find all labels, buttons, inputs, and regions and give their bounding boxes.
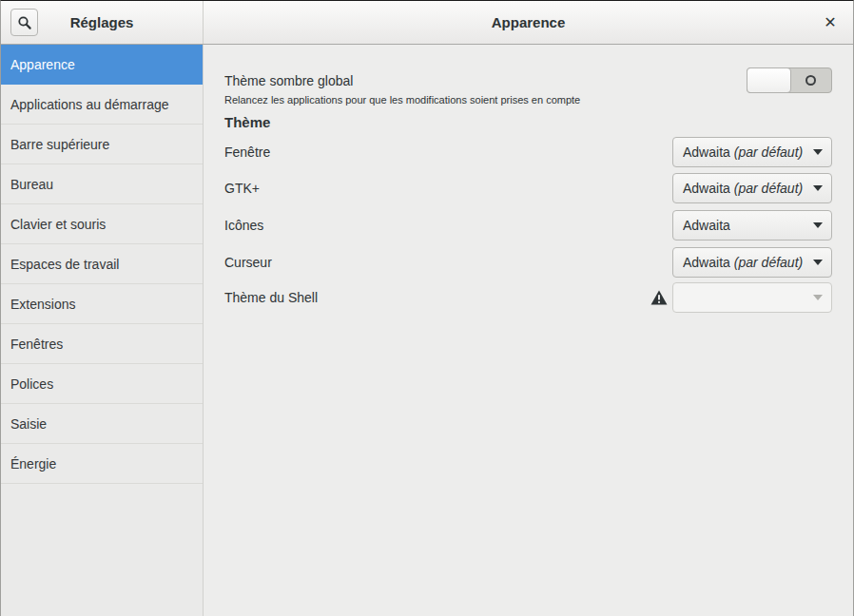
shell-theme-dropdown bbox=[672, 282, 832, 313]
sidebar-item-label: Applications au démarrage bbox=[10, 97, 169, 112]
window-theme-dropdown[interactable]: Adwaita (par défaut) bbox=[672, 137, 832, 167]
sidebar-item-saisie[interactable]: Saisie bbox=[1, 404, 203, 444]
theme-row-icons: Icônes Adwaita bbox=[224, 210, 832, 241]
sidebar-item-bureau[interactable]: Bureau bbox=[1, 164, 203, 204]
sidebar-item-barre-superieure[interactable]: Barre supérieure bbox=[1, 125, 203, 164]
chevron-down-icon bbox=[813, 185, 823, 191]
sidebar-item-applications-au-demarrage[interactable]: Applications au démarrage bbox=[1, 85, 203, 125]
sidebar-item-label: Espaces de travail bbox=[10, 257, 119, 272]
icons-theme-label: Icônes bbox=[224, 218, 263, 233]
search-icon bbox=[17, 15, 32, 30]
cursor-theme-label: Curseur bbox=[224, 255, 272, 270]
sidebar-item-label: Bureau bbox=[10, 177, 53, 192]
dropdown-value: Adwaita bbox=[683, 255, 730, 270]
sidebar-item-energie[interactable]: Énergie bbox=[1, 444, 203, 484]
theme-row-gtk: GTK+ Adwaita (par défaut) bbox=[224, 173, 832, 203]
chevron-down-icon bbox=[813, 222, 823, 228]
shell-theme-label: Thème du Shell bbox=[224, 290, 318, 305]
sidebar-item-polices[interactable]: Polices bbox=[1, 364, 203, 404]
page-title: Apparence bbox=[492, 14, 566, 30]
chevron-down-icon bbox=[813, 295, 823, 300]
sidebar-item-extensions[interactable]: Extensions bbox=[1, 284, 203, 324]
close-button[interactable]: ✕ bbox=[820, 12, 841, 33]
sidebar-item-label: Extensions bbox=[10, 297, 75, 312]
sidebar-header-title: Réglages bbox=[70, 14, 134, 30]
sidebar-item-label: Saisie bbox=[10, 416, 47, 432]
chevron-down-icon bbox=[813, 149, 823, 155]
sidebar: Apparence Applications au démarrage Barr… bbox=[1, 45, 204, 616]
titlebar-right: Apparence ✕ bbox=[204, 1, 853, 44]
sidebar-item-label: Clavier et souris bbox=[10, 217, 106, 232]
sidebar-item-fenetres[interactable]: Fenêtres bbox=[1, 324, 203, 364]
sidebar-item-label: Fenêtres bbox=[10, 337, 63, 352]
sidebar-item-label: Apparence bbox=[10, 57, 75, 72]
cursor-theme-dropdown[interactable]: Adwaita (par défaut) bbox=[672, 247, 832, 278]
sidebar-item-label: Énergie bbox=[10, 456, 56, 472]
gtk-theme-dropdown[interactable]: Adwaita (par défaut) bbox=[672, 173, 832, 203]
sidebar-item-label: Barre supérieure bbox=[10, 137, 109, 152]
theme-row-window: Fenêtre Adwaita (par défaut) bbox=[224, 137, 832, 167]
dark-theme-switch[interactable] bbox=[747, 67, 832, 93]
window-theme-label: Fenêtre bbox=[224, 144, 270, 160]
dropdown-suffix: (par défaut) bbox=[734, 181, 803, 196]
switch-off-icon bbox=[805, 75, 816, 86]
switch-handle[interactable] bbox=[747, 67, 791, 93]
dropdown-value: Adwaita bbox=[683, 181, 730, 196]
sidebar-item-clavier-et-souris[interactable]: Clavier et souris bbox=[1, 204, 203, 244]
titlebar: Réglages Apparence ✕ bbox=[1, 1, 853, 45]
theme-row-cursor: Curseur Adwaita (par défaut) bbox=[224, 247, 832, 278]
icons-theme-dropdown[interactable]: Adwaita bbox=[672, 210, 832, 241]
appearance-panel: Thème sombre global Relancez les applica… bbox=[204, 45, 853, 616]
titlebar-left: Réglages bbox=[1, 1, 204, 44]
settings-window: Réglages Apparence ✕ Apparence Applicati… bbox=[0, 0, 854, 616]
warning-icon bbox=[650, 290, 668, 305]
sidebar-item-label: Polices bbox=[10, 376, 53, 392]
sidebar-item-espaces-de-travail[interactable]: Espaces de travail bbox=[1, 244, 203, 284]
search-button[interactable] bbox=[10, 9, 38, 36]
dropdown-suffix: (par défaut) bbox=[734, 144, 803, 160]
dropdown-value: Adwaita bbox=[683, 218, 730, 233]
sidebar-item-apparence[interactable]: Apparence bbox=[1, 45, 203, 85]
gtk-theme-label: GTK+ bbox=[224, 181, 260, 196]
global-dark-theme-row: Thème sombre global bbox=[224, 67, 832, 93]
theme-section-title: Thème bbox=[224, 114, 270, 130]
chevron-down-icon bbox=[813, 260, 823, 265]
dropdown-suffix: (par défaut) bbox=[734, 255, 803, 270]
restart-note: Relancez les applications pour que les m… bbox=[224, 94, 580, 106]
close-icon: ✕ bbox=[824, 15, 836, 30]
dropdown-value: Adwaita bbox=[683, 144, 730, 160]
theme-row-shell: Thème du Shell bbox=[224, 282, 832, 313]
switch-off-zone bbox=[790, 68, 831, 92]
dark-theme-label: Thème sombre global bbox=[224, 73, 353, 88]
